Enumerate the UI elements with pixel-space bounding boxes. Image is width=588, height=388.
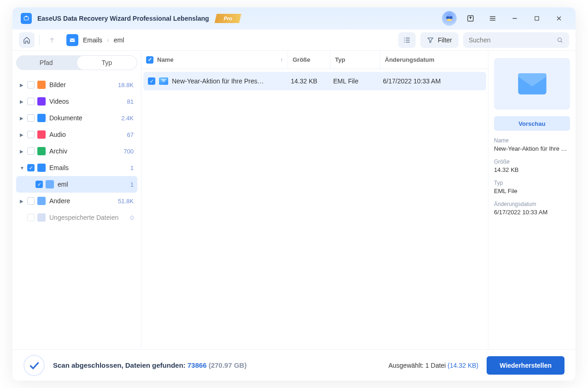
- category-icon: [37, 197, 46, 205]
- maximize-icon[interactable]: [529, 10, 545, 27]
- col-date[interactable]: Änderungsdatum: [380, 51, 488, 69]
- home-button[interactable]: [19, 32, 35, 48]
- file-date: 6/17/2022 10:33 AM: [378, 77, 486, 85]
- chevron-down-icon[interactable]: ▼: [20, 165, 26, 170]
- svg-rect-5: [535, 17, 539, 20]
- recover-button[interactable]: Wiederherstellen: [487, 356, 564, 375]
- search-input[interactable]: [469, 36, 553, 44]
- breadcrumb-root-icon: [66, 34, 78, 46]
- checkbox[interactable]: [27, 114, 35, 122]
- checkbox[interactable]: [27, 214, 35, 221]
- pv-name: NameNew-Year-Aktion für Ihre …: [494, 137, 570, 152]
- row-checkbox[interactable]: [148, 77, 155, 85]
- tab-path[interactable]: Pfad: [16, 55, 76, 70]
- chevron-right-icon[interactable]: ▶: [20, 116, 26, 121]
- category-tree: ▶Bilder18.8K▶Videos81▶Dokumente2.4K▶Audi…: [16, 76, 137, 345]
- tree-item-videos[interactable]: ▶Videos81: [16, 93, 137, 110]
- col-type[interactable]: Typ: [330, 51, 380, 69]
- file-row[interactable]: New-Year-Aktion für Ihre Pressemit…14.32…: [143, 72, 486, 90]
- filter-button[interactable]: Filter: [420, 32, 459, 48]
- user-avatar[interactable]: [442, 11, 457, 26]
- tree-item-label: Bilder: [49, 81, 118, 88]
- tree-item-count: 51.8K: [118, 198, 134, 205]
- tree-item-count: 2.4K: [121, 115, 134, 122]
- tree-item-label: Dokumente: [49, 114, 121, 122]
- view-toggle-button[interactable]: [398, 32, 416, 48]
- tree-item-label: eml: [58, 181, 130, 188]
- email-file-icon: [159, 77, 168, 85]
- tree-item-count: 67: [127, 131, 134, 138]
- tree-item-emails[interactable]: ▼Emails1: [16, 159, 137, 176]
- svg-point-2: [449, 16, 453, 19]
- chevron-right-icon[interactable]: ▶: [20, 149, 26, 154]
- chevron-right-icon[interactable]: ▶: [20, 199, 26, 204]
- tab-type[interactable]: Typ: [76, 55, 138, 70]
- search-icon: [556, 36, 564, 44]
- checkbox[interactable]: [35, 181, 43, 188]
- app-title: EaseUS Data Recovery Wizard Professional…: [37, 15, 209, 22]
- search-box[interactable]: [463, 32, 569, 48]
- col-size[interactable]: Größe: [288, 51, 330, 69]
- checkbox[interactable]: [27, 147, 35, 155]
- menu-icon[interactable]: [484, 10, 501, 27]
- toolbar: Emails › eml Filter: [12, 29, 576, 51]
- app-icon: [21, 13, 32, 24]
- title-bar: EaseUS Data Recovery Wizard Professional…: [12, 7, 576, 29]
- tree-item-andere[interactable]: ▶Andere51.8K: [16, 193, 137, 209]
- tree-item-count: 1: [130, 165, 134, 171]
- svg-point-1: [446, 16, 449, 19]
- tree-item-ungespeicherte dateien[interactable]: Ungespeicherte Dateien0: [16, 209, 137, 226]
- tree-item-eml[interactable]: eml1: [16, 176, 137, 193]
- preview-button[interactable]: Vorschau: [494, 116, 570, 131]
- breadcrumb-item[interactable]: Emails: [83, 36, 102, 44]
- tree-item-label: Andere: [49, 197, 118, 205]
- select-all-checkbox[interactable]: [146, 56, 153, 64]
- breadcrumb: Emails › eml: [83, 36, 124, 44]
- chevron-right-icon[interactable]: ▶: [20, 132, 26, 137]
- preview-panel: Vorschau NameNew-Year-Aktion für Ihre … …: [488, 51, 576, 349]
- footer: Scan abgeschlossen, Dateien gefunden: 73…: [12, 349, 576, 381]
- close-icon[interactable]: [551, 10, 567, 27]
- file-name: New-Year-Aktion für Ihre Pressemit…: [172, 77, 264, 85]
- svg-rect-0: [24, 17, 28, 20]
- checkbox[interactable]: [27, 197, 35, 205]
- folder-icon: [46, 180, 54, 188]
- category-icon: [37, 164, 46, 172]
- tree-item-label: Videos: [49, 98, 127, 105]
- sidebar: Pfad Typ ▶Bilder18.8K▶Videos81▶Dokumente…: [12, 51, 141, 349]
- category-icon: [37, 97, 46, 106]
- category-icon: [37, 130, 46, 139]
- pv-date: Änderungsdatum6/17/2022 10:33 AM: [494, 201, 570, 216]
- minimize-icon[interactable]: [506, 10, 523, 27]
- svg-rect-6: [70, 38, 75, 42]
- checkbox[interactable]: [27, 164, 35, 171]
- checkbox[interactable]: [27, 131, 35, 138]
- sidebar-tabs: Pfad Typ: [16, 55, 137, 70]
- scan-complete-icon: [24, 355, 45, 376]
- app-window: EaseUS Data Recovery Wizard Professional…: [12, 7, 576, 381]
- file-size: 14.32 KB: [286, 77, 329, 85]
- tree-item-count: 700: [123, 148, 134, 155]
- chevron-right-icon: ›: [107, 36, 109, 44]
- category-icon: [37, 213, 46, 222]
- preview-thumbnail: [494, 58, 570, 110]
- svg-point-7: [558, 38, 561, 41]
- breadcrumb-item[interactable]: eml: [114, 36, 124, 44]
- category-icon: [37, 114, 46, 122]
- checkbox[interactable]: [27, 98, 35, 105]
- file-type: EML File: [329, 77, 378, 85]
- tree-item-audio[interactable]: ▶Audio67: [16, 126, 137, 143]
- tree-item-dokumente[interactable]: ▶Dokumente2.4K: [16, 110, 137, 126]
- up-button[interactable]: [44, 32, 60, 48]
- tree-item-bilder[interactable]: ▶Bilder18.8K: [16, 76, 137, 93]
- envelope-icon: [518, 73, 547, 94]
- checkbox[interactable]: [27, 81, 35, 88]
- column-headers: Name ↑ Größe Typ Änderungsdatum: [141, 51, 488, 69]
- chevron-right-icon[interactable]: ▶: [20, 99, 26, 104]
- category-icon: [37, 147, 46, 155]
- col-name[interactable]: Name ↑: [141, 51, 288, 69]
- pro-badge: Pro: [215, 14, 241, 23]
- tree-item-archiv[interactable]: ▶Archiv700: [16, 143, 137, 159]
- chevron-right-icon[interactable]: ▶: [20, 82, 26, 88]
- share-icon[interactable]: [462, 10, 479, 27]
